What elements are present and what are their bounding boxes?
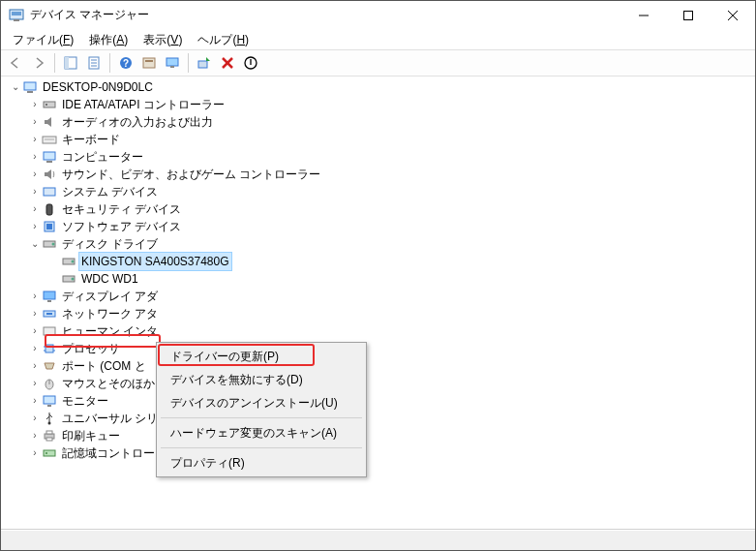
tree-item-keyboard[interactable]: ›キーボード bbox=[26, 131, 755, 148]
node-label: ディスプレイ アダ bbox=[60, 288, 160, 305]
svg-rect-29 bbox=[44, 152, 55, 160]
expand-icon[interactable]: › bbox=[28, 113, 42, 131]
node-label: ネットワーク アタ bbox=[60, 305, 160, 322]
expand-icon[interactable]: › bbox=[28, 340, 42, 357]
root-node[interactable]: ⌄ DESKTOP-0N9D0LC bbox=[7, 78, 755, 96]
tree-item-ide[interactable]: ›IDE ATA/ATAPI コントローラー bbox=[26, 96, 755, 113]
speaker-icon bbox=[42, 114, 57, 130]
svg-rect-41 bbox=[44, 291, 55, 299]
expand-icon[interactable]: › bbox=[28, 427, 42, 444]
tree-item-hid[interactable]: ›ヒューマン インタ bbox=[26, 322, 755, 340]
app-icon bbox=[9, 8, 24, 23]
collapse-icon[interactable]: ⌄ bbox=[28, 235, 42, 253]
svg-rect-19 bbox=[198, 61, 207, 68]
ctx-properties[interactable]: プロパティ(R) bbox=[159, 451, 364, 474]
tree-item-ports[interactable]: ›ポート (COM と bbox=[26, 357, 755, 375]
svg-rect-59 bbox=[44, 450, 55, 456]
tree-item-cpu[interactable]: ›プロセッサ bbox=[26, 340, 755, 357]
expand-icon[interactable]: › bbox=[28, 131, 42, 148]
tree-item-computer[interactable]: ›コンピューター bbox=[26, 148, 755, 166]
system-icon bbox=[42, 184, 57, 199]
svg-rect-31 bbox=[44, 188, 55, 196]
expand-icon[interactable]: › bbox=[28, 148, 42, 166]
tree-item-security[interactable]: ›セキュリティ デバイス bbox=[26, 200, 755, 218]
tree-item-display[interactable]: ›ディスプレイ アダ bbox=[26, 288, 755, 305]
maximize-button[interactable] bbox=[666, 1, 711, 29]
expand-icon[interactable]: › bbox=[28, 375, 42, 392]
svg-rect-18 bbox=[170, 66, 174, 68]
expand-icon[interactable]: › bbox=[28, 183, 42, 200]
tree-item-network[interactable]: ›ネットワーク アタ bbox=[26, 305, 755, 322]
ctx-scan-hardware[interactable]: ハードウェア変更のスキャン(A) bbox=[159, 421, 364, 444]
svg-rect-44 bbox=[46, 313, 52, 315]
expand-icon[interactable]: › bbox=[28, 392, 42, 410]
node-label: IDE ATA/ATAPI コントローラー bbox=[60, 96, 227, 113]
tree-item-monitor[interactable]: ›モニター bbox=[26, 392, 755, 410]
tree-item-storage[interactable]: ›記憶域コントローラー bbox=[26, 444, 755, 462]
tree-item-print[interactable]: ›印刷キュー bbox=[26, 427, 755, 444]
tree-item-system[interactable]: ›システム デバイス bbox=[26, 183, 755, 200]
tree-item-audio[interactable]: ›オーディオの入力および出力 bbox=[26, 113, 755, 131]
collapse-icon[interactable]: ⌄ bbox=[9, 78, 22, 96]
tree-item-sound[interactable]: ›サウンド、ビデオ、およびゲーム コントローラー bbox=[26, 166, 755, 183]
enable-button[interactable] bbox=[240, 52, 261, 74]
ctx-disable-device[interactable]: デバイスを無効にする(D) bbox=[159, 368, 364, 391]
hid-icon bbox=[42, 323, 57, 339]
expand-icon[interactable]: › bbox=[28, 410, 42, 427]
expand-icon[interactable]: › bbox=[28, 218, 42, 235]
software-icon bbox=[42, 219, 57, 234]
tree-item-kingston[interactable]: KINGSTON SA400S37480G bbox=[45, 253, 755, 270]
tree-item-usb[interactable]: ›ユニバーサル シリアル バス コントローラー bbox=[26, 410, 755, 427]
separator bbox=[188, 53, 189, 73]
expand-icon[interactable]: › bbox=[28, 357, 42, 375]
ctx-separator bbox=[161, 417, 362, 418]
close-button[interactable] bbox=[711, 1, 755, 29]
ctx-update-driver[interactable]: ドライバーの更新(P) bbox=[159, 345, 364, 368]
back-button[interactable] bbox=[5, 52, 26, 74]
action-button[interactable] bbox=[138, 52, 160, 74]
usb-icon bbox=[42, 411, 57, 426]
tree-item-wdc[interactable]: WDC WD1 bbox=[45, 270, 755, 288]
device-tree[interactable]: ⌄ DESKTOP-0N9D0LC ›IDE ATA/ATAPI コントローラー… bbox=[1, 77, 755, 529]
ctx-separator bbox=[161, 447, 362, 448]
minimize-button[interactable] bbox=[621, 1, 666, 29]
expand-icon[interactable]: › bbox=[28, 305, 42, 322]
svg-rect-25 bbox=[44, 102, 55, 107]
properties-button[interactable] bbox=[83, 52, 105, 74]
tree-item-disk[interactable]: ⌄ディスク ドライブ bbox=[26, 235, 755, 253]
help-button[interactable]: ? bbox=[115, 52, 136, 74]
menubar: ファイル(F) 操作(A) 表示(V) ヘルプ(H) bbox=[1, 30, 755, 49]
menu-help[interactable]: ヘルプ(H) bbox=[192, 31, 255, 49]
expand-icon[interactable]: › bbox=[28, 166, 42, 183]
tree-item-software[interactable]: ›ソフトウェア デバイス bbox=[26, 218, 755, 235]
uninstall-button[interactable] bbox=[217, 52, 238, 74]
svg-point-60 bbox=[45, 452, 47, 454]
separator bbox=[109, 53, 110, 73]
svg-rect-34 bbox=[46, 224, 52, 230]
menu-action[interactable]: 操作(A) bbox=[83, 31, 134, 49]
menu-file[interactable]: ファイル(F) bbox=[7, 31, 79, 49]
svg-point-40 bbox=[72, 278, 75, 281]
keyboard-icon bbox=[42, 132, 57, 147]
computer-icon bbox=[22, 79, 38, 95]
node-label: プロセッサ bbox=[60, 340, 122, 357]
expand-icon[interactable]: › bbox=[28, 444, 42, 462]
expand-icon[interactable]: › bbox=[28, 322, 42, 340]
show-hide-tree-button[interactable] bbox=[60, 52, 81, 74]
ctx-uninstall-device[interactable]: デバイスのアンインストール(U) bbox=[159, 391, 364, 414]
menu-view[interactable]: 表示(V) bbox=[137, 31, 188, 49]
svg-rect-54 bbox=[47, 405, 51, 407]
expand-icon[interactable]: › bbox=[28, 200, 42, 218]
svg-point-38 bbox=[72, 260, 75, 263]
expand-icon[interactable]: › bbox=[28, 96, 42, 113]
monitor-icon-button[interactable] bbox=[162, 52, 183, 74]
node-label: コンピューター bbox=[60, 148, 145, 166]
disk-icon bbox=[42, 236, 57, 252]
node-label: サウンド、ビデオ、およびゲーム コントローラー bbox=[60, 166, 322, 183]
drive-icon bbox=[61, 254, 76, 269]
node-label: マウスとそのほか bbox=[60, 375, 157, 392]
forward-button[interactable] bbox=[28, 52, 49, 74]
expand-icon[interactable]: › bbox=[28, 288, 42, 305]
scan-hardware-button[interactable] bbox=[194, 52, 215, 74]
tree-item-mouse[interactable]: ›マウスとそのほか bbox=[26, 375, 755, 392]
